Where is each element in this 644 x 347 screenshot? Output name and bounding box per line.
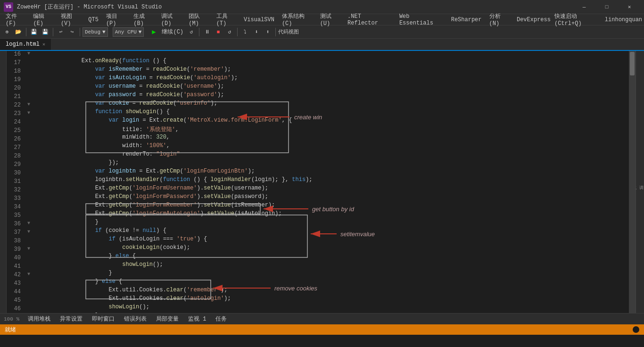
title-text: ZoweeHr [正在运行] - Microsoft Visual Studio xyxy=(17,3,573,11)
tb-sep2 xyxy=(53,28,53,36)
tb-sep4 xyxy=(199,28,199,36)
editor-container: 16 ▼ Ext.onReady(function () { 17 var is… xyxy=(0,51,644,313)
vertical-scrollbar[interactable] xyxy=(629,51,636,313)
code-line-27: 27 renderTo: "login" xyxy=(7,144,636,153)
menu-visualsvn[interactable]: VisualSVN xyxy=(240,14,278,25)
bottom-tab-bar: 100 % 调用堆栈 异常设置 即时窗口 错误列表 局部变量 监视 1 任务 xyxy=(0,313,644,324)
code-line-44: 44 Ext.util.Cookies.clear('autologin'); xyxy=(7,289,636,297)
toolbar: ⊕ 📂 💾 💾 ↩ ↪ Debug ▼ Any CPU ▼ ▶ 继续(C) ↺ … xyxy=(0,25,644,39)
debug-mode-dropdown[interactable]: Debug ▼ xyxy=(83,27,108,37)
tab-close-icon[interactable]: ✕ xyxy=(42,41,45,47)
tb-undo[interactable]: ↩ xyxy=(56,27,66,37)
menu-analyze[interactable]: 分析(N) xyxy=(486,14,513,25)
tb-stepinto[interactable]: ⬇ xyxy=(251,27,262,37)
tb-refresh[interactable]: ↺ xyxy=(186,27,197,37)
status-dot xyxy=(633,326,639,333)
tb-sep1 xyxy=(26,28,26,36)
menu-debug[interactable]: 调试(D) xyxy=(157,14,185,25)
vs-logo: VS xyxy=(4,2,13,12)
code-line-45: 45 showLogin(); xyxy=(7,297,636,306)
tab-tasks[interactable]: 任务 xyxy=(212,314,231,324)
code-line-42: 42 ▼ } else { xyxy=(7,272,636,280)
code-line-37: 37 ▼ if (isAutoLogin === 'true') { xyxy=(7,229,636,238)
code-line-18: 18 var isAutoLogin = readCookie('autolog… xyxy=(7,68,636,76)
tb-new[interactable]: ⊕ xyxy=(2,27,12,37)
tb-stop[interactable]: ■ xyxy=(213,27,223,37)
right-annotation-panel: 调 试 解 决 xyxy=(636,51,644,313)
tb-stepout[interactable]: ⬆ xyxy=(263,27,273,37)
code-line-30: 30 loginbtn.setHandler(function () { log… xyxy=(7,170,636,178)
menu-file[interactable]: 文件(F) xyxy=(2,14,29,25)
code-line-33: 33 Ext.getCmp('loginFormRemember').setVa… xyxy=(7,195,636,204)
run-label: 继续(C) xyxy=(160,28,185,36)
platform-dropdown[interactable]: Any CPU ▼ xyxy=(113,27,144,37)
tab-watch1[interactable]: 监视 1 xyxy=(184,314,210,324)
menu-edit[interactable]: 编辑(E) xyxy=(29,14,57,25)
menu-web-essentials[interactable]: Web Essentials xyxy=(396,14,447,25)
menu-view[interactable]: 视图(V) xyxy=(57,14,84,25)
user-name: linhongquan xyxy=(605,17,642,23)
scrollbar-thumb[interactable] xyxy=(630,52,635,75)
menu-bar: 文件(F) 编辑(E) 视图(V) QT5 项目(P) 生成(B) 调试(D) … xyxy=(0,14,644,25)
code-line-39: 39 ▼ } else { xyxy=(7,246,636,255)
tab-call-stack[interactable]: 调用堆栈 xyxy=(24,314,54,324)
tab-immediate[interactable]: 即时窗口 xyxy=(88,314,118,324)
code-line-40: 40 showLogin(); xyxy=(7,255,636,263)
code-line-35: 35 } xyxy=(7,212,636,221)
tb-stepover[interactable]: ⤵ xyxy=(240,27,250,37)
code-line-43: 43 Ext.util.Cookies.clear('remember'); xyxy=(7,280,636,289)
menu-resharper[interactable]: ReSharper xyxy=(447,14,486,25)
menu-build[interactable]: 生成(B) xyxy=(130,14,157,25)
code-line-26: 26 width: '100%', xyxy=(7,136,636,144)
tb-sep5 xyxy=(237,28,238,36)
tab-bar: login.html ✕ xyxy=(0,39,644,51)
tb-sep3 xyxy=(80,28,80,36)
tb-saveall[interactable]: 💾 xyxy=(40,27,50,37)
code-line-25: 25 minWidth: 320, xyxy=(7,127,636,136)
tab-login-html[interactable]: login.html ✕ xyxy=(0,39,51,50)
menu-team[interactable]: 团队(M) xyxy=(185,14,212,25)
tb-run[interactable]: ▶ xyxy=(149,27,159,37)
tab-error-list[interactable]: 错误列表 xyxy=(120,314,150,324)
code-line-46: 46 } xyxy=(7,306,636,313)
code-line-38: 38 cookieLogin(cookie); xyxy=(7,238,636,246)
code-line-41: 41 } xyxy=(7,263,636,272)
menu-tools[interactable]: 工具(T) xyxy=(213,14,240,25)
tb-save[interactable]: 💾 xyxy=(29,27,39,37)
menu-right-area: 快速启动 (Ctrl+Q) linhongquan xyxy=(554,12,642,27)
menu-reflector[interactable]: .NET Reflector xyxy=(344,14,396,25)
tab-label: login.html xyxy=(6,41,40,48)
tab-locals[interactable]: 局部变量 xyxy=(152,314,182,324)
tb-pause[interactable]: ⏸ xyxy=(202,27,212,37)
tab-exception[interactable]: 异常设置 xyxy=(56,314,86,324)
code-line-34: 34 Ext.getCmp('loginFormAutoLogin').setV… xyxy=(7,204,636,212)
tb-restart[interactable]: ↺ xyxy=(224,27,235,37)
code-line-29: 29 var loginbtn = Ext.getCmp('loginFomrL… xyxy=(7,161,636,170)
code-content: 16 ▼ Ext.onReady(function () { 17 var is… xyxy=(7,51,636,313)
code-line-23: 23 ▼ var login = Ext.create('MetroX.view… xyxy=(7,110,636,119)
code-line-24: 24 title: '系统登陆', xyxy=(7,119,636,127)
code-editor[interactable]: 16 ▼ Ext.onReady(function () { 17 var is… xyxy=(7,51,636,313)
zoom-level: 100 % xyxy=(4,316,19,322)
code-line-28: 28 }); xyxy=(7,153,636,161)
tb-redo[interactable]: ↪ xyxy=(67,27,77,37)
menu-test[interactable]: 测试(U) xyxy=(316,14,344,25)
code-line-22: 22 ▼ function showLogin() { xyxy=(7,102,636,110)
tb-sep6 xyxy=(275,28,276,36)
quick-launch[interactable]: 快速启动 (Ctrl+Q) xyxy=(554,12,601,27)
code-line-20: 20 var password = readCookie('password')… xyxy=(7,85,636,93)
code-view-label: 代码视图 xyxy=(278,28,299,35)
tb-open[interactable]: 📂 xyxy=(13,27,24,37)
code-line-19: 19 var username = readCookie('username')… xyxy=(7,76,636,85)
menu-architecture[interactable]: 体系结构(C) xyxy=(278,14,316,25)
code-line-32: 32 Ext.getCmp('loginFormPassword').setVa… xyxy=(7,187,636,195)
menu-project[interactable]: 项目(P) xyxy=(102,14,130,25)
left-gutter-strip xyxy=(0,51,7,313)
code-line-16: 16 ▼ Ext.onReady(function () { xyxy=(7,51,636,59)
code-line-21: 21 var cookie = readCookie('userinfo'); xyxy=(7,93,636,102)
code-line-31: 31 Ext.getCmp('loginFormUsername').setVa… xyxy=(7,178,636,187)
menu-devexpress[interactable]: DevExpress xyxy=(513,14,554,25)
menu-qt5[interactable]: QT5 xyxy=(84,14,102,25)
ready-status-bar: 就绪 xyxy=(0,324,644,335)
code-line-17: 17 var isRemember = readCookie('remember… xyxy=(7,59,636,68)
